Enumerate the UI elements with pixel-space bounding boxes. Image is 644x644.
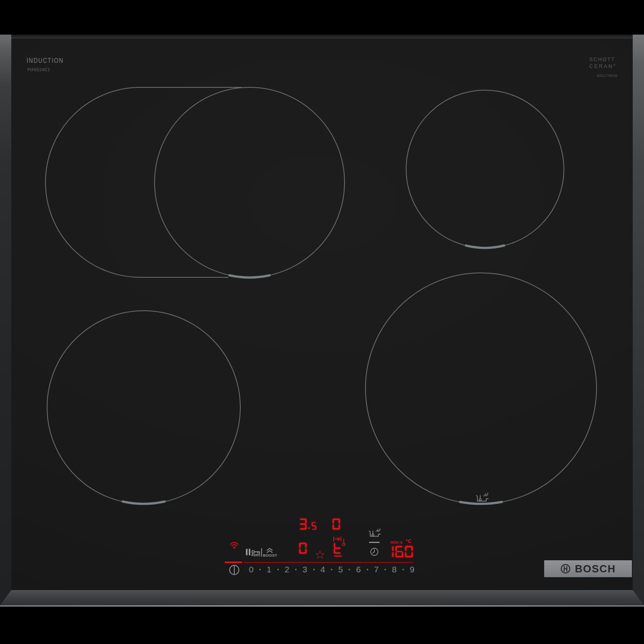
hob-frame-front-bevel	[0, 590, 644, 605]
hob-frame-bottom-trim	[0, 605, 644, 607]
glass-brand-line1: SCHOTT	[589, 57, 618, 62]
seven-segment-digit	[334, 543, 341, 554]
ceramic-glass-surface	[11, 39, 633, 590]
timer-unit-label: min:s	[386, 540, 402, 545]
glass-serial-number: 9001778536	[589, 74, 617, 78]
power-level-5[interactable]: 5	[336, 565, 345, 574]
power-level-1[interactable]: 1	[264, 565, 274, 574]
display-front-right	[334, 543, 341, 554]
seven-segment-digit	[386, 546, 394, 557]
level-separator-dot	[349, 569, 350, 570]
panel-divider	[261, 548, 262, 557]
power-level-2[interactable]: 2	[282, 565, 292, 574]
pan-transfer-icon	[333, 536, 342, 542]
power-level-6[interactable]: 6	[354, 565, 363, 574]
seven-segment-digit	[299, 518, 307, 530]
slider-active-segment	[225, 561, 242, 563]
registered-mark: ®	[613, 64, 615, 66]
display-front-left	[299, 543, 307, 554]
power-level-4[interactable]: 4	[318, 565, 328, 574]
seven-segment-digit	[395, 546, 403, 557]
level-separator-dot	[402, 569, 404, 570]
cooking-sensor-icon	[475, 491, 489, 504]
induction-hob: INDUCTION PIF651HC1 SCHOTT CERAN® 900177…	[0, 0, 644, 644]
power-level-3[interactable]: 3	[300, 565, 310, 574]
slider-track[interactable]	[244, 562, 413, 563]
display-timer	[386, 546, 413, 557]
decimal-point	[308, 527, 310, 529]
sensor-underline	[369, 542, 380, 543]
level-separator-dot	[259, 569, 261, 570]
level-separator-dot	[367, 569, 368, 570]
star-icon[interactable]	[315, 549, 325, 560]
cooking-sensor-icon	[368, 527, 382, 539]
level-separator-dot	[384, 569, 386, 570]
hob-frame-right-edge	[633, 35, 644, 605]
model-number-label: PIF651HC1	[27, 67, 50, 72]
level-separator-dot	[313, 569, 315, 570]
level-separator-dot	[331, 569, 332, 570]
seven-segment-digit	[312, 522, 316, 530]
bosch-wordmark: BOSCH	[575, 563, 615, 575]
hob-frame-top-edge	[0, 35, 644, 39]
bosch-logo-plate: BOSCH	[544, 560, 632, 577]
glass-brand-mark: SCHOTT CERAN®	[589, 57, 618, 69]
seven-segment-digit	[405, 546, 413, 557]
key-lock-hold-label: 4sec	[250, 553, 262, 557]
thermometer-icon	[342, 538, 346, 547]
hob-frame-left-edge	[0, 35, 11, 605]
power-icon[interactable]	[229, 564, 240, 576]
bosch-logo-icon	[560, 564, 571, 574]
boost-chevrons-icon[interactable]	[266, 548, 273, 553]
glass-brand-line2: CERAN®	[589, 62, 618, 69]
power-level-9[interactable]: 9	[407, 565, 417, 574]
timer-clock-icon[interactable]	[370, 547, 379, 556]
product-type-label: INDUCTION	[27, 57, 64, 65]
display-rear-right	[332, 518, 340, 530]
level-separator-dot	[295, 569, 297, 570]
seven-segment-digit	[332, 518, 340, 530]
level-separator-dot	[277, 569, 279, 570]
power-level-7[interactable]: 7	[372, 565, 381, 574]
display-underline	[334, 555, 342, 557]
power-level-0[interactable]: 0	[246, 565, 256, 574]
boost-label: BOOST	[263, 553, 277, 557]
display-rear-left	[299, 518, 316, 530]
seven-segment-digit	[299, 543, 307, 554]
wifi-icon	[229, 541, 239, 549]
power-level-8[interactable]: 8	[390, 565, 399, 574]
temperature-unit-label: °C	[406, 539, 411, 544]
power-level-row: 0123456789	[246, 564, 417, 575]
